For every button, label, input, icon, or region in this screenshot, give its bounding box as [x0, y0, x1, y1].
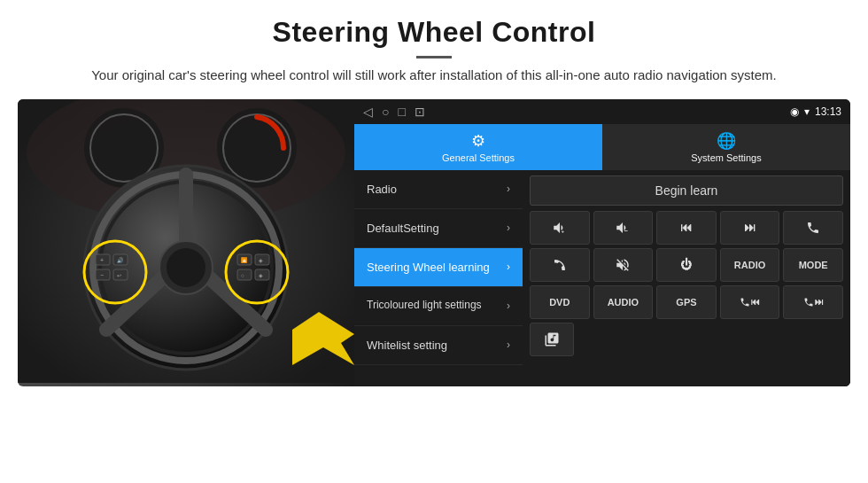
- vol-up-button[interactable]: +: [530, 211, 590, 245]
- nav-icons: ◁ ○ □ ⊡: [363, 105, 425, 119]
- mode-button[interactable]: MODE: [783, 248, 843, 282]
- ctrl-row-3: DVD AUDIO GPS ⏮ ⏭: [530, 285, 843, 319]
- svg-text:−: −: [624, 227, 629, 235]
- next-track-button[interactable]: ⏭: [720, 211, 780, 245]
- tab-system[interactable]: 🌐 System Settings: [602, 124, 850, 170]
- begin-learn-button[interactable]: Begin learn: [530, 175, 843, 206]
- menu-item-default[interactable]: DefaultSetting ›: [354, 209, 523, 248]
- menu-label-steering: Steering Wheel learning: [367, 261, 490, 274]
- svg-text:↩: ↩: [117, 273, 121, 278]
- menu-label-default: DefaultSetting: [367, 222, 439, 235]
- chevron-icon-default: ›: [507, 222, 510, 234]
- controls-panel: Begin learn + − ⏮ ⏭: [523, 170, 850, 386]
- location-icon: ◉: [790, 105, 799, 118]
- menu-list: Radio › DefaultSetting › Steering Wheel …: [354, 170, 523, 386]
- svg-text:◈: ◈: [259, 273, 263, 278]
- steering-wheel-image: + 🔊 − ↩ 🔼 ◈ ○ ◈: [18, 99, 354, 386]
- back-icon[interactable]: ◁: [363, 105, 373, 119]
- main-content: + 🔊 − ↩ 🔼 ◈ ○ ◈ ◁ ○ □ ⊡: [0, 99, 868, 386]
- vol-down-button[interactable]: −: [593, 211, 654, 245]
- menu-label-whitelist: Whitelist setting: [367, 339, 447, 352]
- unit-body: Radio › DefaultSetting › Steering Wheel …: [354, 170, 850, 386]
- menu-item-steering[interactable]: Steering Wheel learning ›: [354, 248, 523, 287]
- svg-point-13: [167, 248, 205, 287]
- svg-rect-26: [237, 269, 252, 280]
- prev-track-button[interactable]: ⏮: [656, 211, 717, 245]
- radio-button[interactable]: RADIO: [720, 248, 780, 282]
- svg-text:+: +: [561, 229, 564, 234]
- chevron-icon-tricoloured: ›: [507, 300, 510, 312]
- phone-next-button[interactable]: ⏭: [783, 285, 843, 319]
- menu-label-radio: Radio: [367, 183, 397, 196]
- tab-bar: ⚙ General Settings 🌐 System Settings: [354, 124, 850, 170]
- tab-general-label: General Settings: [442, 152, 515, 163]
- recent-icon[interactable]: □: [398, 105, 405, 119]
- media-icon-button[interactable]: [530, 323, 574, 356]
- tab-general[interactable]: ⚙ General Settings: [354, 124, 602, 170]
- status-right: ◉ ▾ 13:13: [790, 105, 841, 118]
- svg-text:🔼: 🔼: [241, 257, 248, 264]
- tab-system-label: System Settings: [691, 152, 761, 163]
- ctrl-row-2: ⏻ RADIO MODE: [530, 248, 843, 282]
- chevron-icon-radio: ›: [507, 183, 510, 195]
- menu-item-whitelist[interactable]: Whitelist setting ›: [354, 326, 523, 365]
- settings-gear-icon: ⚙: [471, 131, 485, 151]
- svg-text:🔊: 🔊: [117, 257, 124, 264]
- hook-button[interactable]: [530, 248, 590, 282]
- system-icon: 🌐: [717, 131, 736, 151]
- svg-text:−: −: [100, 272, 104, 278]
- chevron-icon-steering: ›: [507, 261, 510, 273]
- title-divider: [416, 56, 452, 58]
- svg-text:+: +: [100, 257, 104, 263]
- menu-label-tricoloured: Tricoloured light settings: [367, 299, 482, 313]
- gps-button[interactable]: GPS: [656, 285, 717, 319]
- head-unit: ◁ ○ □ ⊡ ◉ ▾ 13:13 ⚙ General Settings 🌐 S…: [354, 99, 850, 386]
- page-header: Steering Wheel Control Your original car…: [0, 0, 868, 95]
- clock: 13:13: [815, 105, 841, 118]
- chevron-icon-whitelist: ›: [507, 339, 510, 351]
- ctrl-row-1: + − ⏮ ⏭: [530, 211, 843, 245]
- screenshot-icon[interactable]: ⊡: [415, 105, 425, 119]
- status-bar: ◁ ○ □ ⊡ ◉ ▾ 13:13: [354, 99, 850, 124]
- svg-text:○: ○: [241, 273, 244, 278]
- begin-learn-row: Begin learn: [530, 175, 843, 206]
- svg-text:◈: ◈: [259, 258, 263, 263]
- menu-item-radio[interactable]: Radio ›: [354, 170, 523, 209]
- mute-button[interactable]: [593, 248, 654, 282]
- dvd-button[interactable]: DVD: [530, 285, 590, 319]
- phone-prev-button[interactable]: ⏮: [720, 285, 780, 319]
- audio-button[interactable]: AUDIO: [593, 285, 654, 319]
- home-icon[interactable]: ○: [382, 105, 389, 119]
- menu-item-tricoloured[interactable]: Tricoloured light settings ›: [354, 287, 523, 326]
- ctrl-row-4: [530, 323, 843, 356]
- phone-button[interactable]: [783, 211, 843, 245]
- page-subtitle: Your original car's steering wheel contr…: [53, 66, 815, 86]
- power-button[interactable]: ⏻: [656, 248, 717, 282]
- wifi-icon: ▾: [804, 105, 810, 118]
- page-title: Steering Wheel Control: [53, 16, 815, 49]
